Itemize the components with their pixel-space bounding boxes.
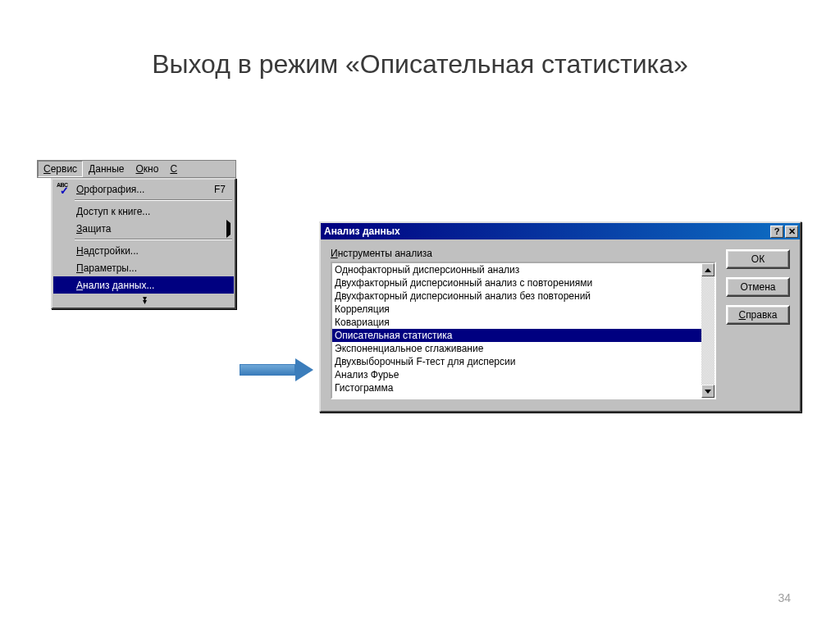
menu-item-addins[interactable]: Надстройки...: [53, 242, 234, 259]
scroll-down-button[interactable]: [701, 385, 714, 398]
list-item[interactable]: Ковариация: [332, 316, 701, 329]
list-item[interactable]: Двухвыборочный F-тест для дисперсии: [332, 355, 701, 368]
flow-arrow-icon: [240, 361, 313, 379]
data-analysis-dialog: Анализ данных ? ✕ Инструменты анализа Од…: [319, 221, 801, 412]
spellcheck-icon: ABC✓: [57, 185, 71, 194]
menu-separator: [75, 239, 232, 240]
list-item[interactable]: Анализ Фурье: [332, 368, 701, 381]
slide-number: 34: [778, 591, 791, 604]
listbox-label: Инструменты анализа: [331, 248, 716, 259]
menu-shortcut: F7: [214, 184, 231, 195]
cancel-button[interactable]: Отмена: [726, 277, 790, 297]
scrollbar[interactable]: [701, 263, 714, 398]
arrow-down-icon: [705, 390, 711, 394]
analysis-tools-listbox[interactable]: Однофакторный дисперсионный анализ Двухф…: [331, 262, 716, 399]
service-menu: Сервис Данные Окно С ABC✓ Орфография... …: [37, 160, 236, 309]
menu-separator: [75, 199, 232, 201]
help-button[interactable]: Справка: [726, 305, 790, 325]
close-icon: ✕: [788, 227, 796, 236]
ok-button[interactable]: ОК: [726, 249, 790, 269]
close-button[interactable]: ✕: [785, 226, 798, 238]
list-item[interactable]: Гистограмма: [332, 381, 701, 394]
dropdown-menu: ABC✓ Орфография... F7 Доступ к книге... …: [51, 178, 236, 309]
dialog-title: Анализ данных: [324, 226, 769, 237]
list-item[interactable]: Экспоненциальное сглаживание: [332, 342, 701, 355]
chevrons-down-icon: ▾▾: [143, 297, 144, 303]
menu-item-protection[interactable]: Защита: [53, 220, 234, 237]
menu-item-spelling[interactable]: ABC✓ Орфография... F7: [53, 180, 234, 198]
list-item-selected[interactable]: Описательная статистика: [332, 329, 701, 342]
menu-item-options[interactable]: Параметры...: [53, 259, 234, 276]
menubar-item-data[interactable]: Данные: [83, 161, 130, 177]
menubar-item-extra[interactable]: С: [164, 161, 183, 177]
help-button[interactable]: ?: [770, 226, 783, 238]
arrow-up-icon: [705, 268, 711, 272]
list-item[interactable]: Корреляция: [332, 303, 701, 316]
list-item[interactable]: Двухфакторный дисперсионный анализ с пов…: [332, 276, 701, 289]
menu-item-data-analysis[interactable]: Анализ данных...: [53, 276, 234, 294]
menubar: Сервис Данные Окно С: [37, 160, 236, 178]
list-item[interactable]: Однофакторный дисперсионный анализ: [332, 263, 701, 276]
list-item[interactable]: Двухфакторный дисперсионный анализ без п…: [332, 289, 701, 303]
submenu-arrow-icon: [226, 223, 231, 235]
menu-expand-button[interactable]: ▾▾: [53, 294, 234, 307]
slide-title: Выход в режим «Описательная статистика»: [0, 0, 840, 80]
menubar-item-service[interactable]: Сервис: [38, 161, 83, 177]
menu-item-share[interactable]: Доступ к книге...: [53, 203, 234, 220]
titlebar: Анализ данных ? ✕: [321, 223, 800, 239]
scroll-up-button[interactable]: [701, 263, 714, 276]
menubar-item-window[interactable]: Окно: [130, 161, 164, 177]
